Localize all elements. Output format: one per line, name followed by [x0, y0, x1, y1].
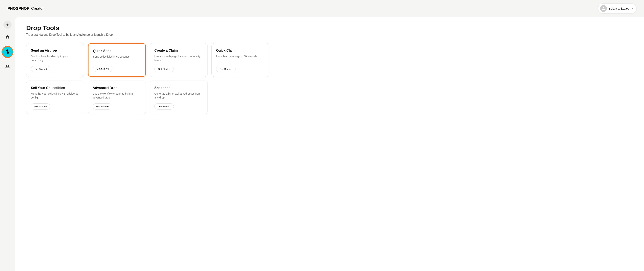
plus-icon: +: [6, 22, 9, 27]
sidebar-item-tools[interactable]: [2, 46, 14, 58]
card-send-airdrop-title: Send an Airdrop: [31, 49, 80, 52]
card-create-claim[interactable]: Create a Claim Launch a web page for you…: [150, 43, 208, 77]
card-snapshot[interactable]: Snapshot Generate a list of wallet addre…: [150, 81, 208, 114]
chevron-down-icon: ▾: [632, 7, 633, 10]
logo-brand: PHOSPHOR: [8, 6, 30, 11]
card-quick-claim-desc: Launch a claim page in 60 seconds: [216, 54, 265, 63]
card-quick-send-title: Quick Send: [93, 49, 141, 53]
card-quick-claim-title: Quick Claim: [216, 49, 265, 52]
card-quick-send-btn[interactable]: Get Started: [93, 66, 112, 72]
balance-widget[interactable]: Balance: $10.00 ▾: [598, 3, 636, 13]
cards-row2: Sell Your Collectibles Monetize your col…: [26, 81, 270, 114]
card-quick-send-desc: Send collectibles in 60 seconds: [93, 55, 141, 62]
card-send-airdrop[interactable]: Send an Airdrop Send collectibles direct…: [26, 43, 84, 77]
sidebar-item-team[interactable]: [3, 62, 12, 71]
cards-row1: Send an Airdrop Send collectibles direct…: [26, 43, 270, 77]
card-create-claim-title: Create a Claim: [154, 49, 203, 52]
card-quick-send[interactable]: Quick Send Send collectibles in 60 secon…: [88, 43, 146, 77]
sidebar: +: [0, 17, 15, 271]
logo: PHOSPHOR Creator: [8, 6, 44, 11]
card-sell-btn[interactable]: Get Started: [31, 103, 50, 109]
card-advanced-drop[interactable]: Advanced Drop Use the workflow creator t…: [88, 81, 146, 114]
card-create-claim-btn[interactable]: Get Started: [154, 66, 174, 72]
card-snapshot-title: Snapshot: [154, 86, 203, 90]
page-subtitle: Try a standalone Drop Tool to build an A…: [26, 33, 633, 36]
card-sell-desc: Monetize your collectibles with addition…: [31, 92, 80, 100]
sidebar-add-button[interactable]: +: [3, 20, 12, 29]
card-advanced-title: Advanced Drop: [92, 86, 141, 90]
header: PHOSPHOR Creator Balance: $10.00 ▾: [0, 0, 644, 17]
svg-point-0: [603, 7, 604, 8]
home-icon: [5, 35, 10, 40]
team-icon: [5, 64, 10, 69]
card-advanced-desc: Use the workflow creator to build an adv…: [92, 92, 141, 100]
sidebar-item-home[interactable]: [3, 33, 12, 41]
card-quick-claim[interactable]: Quick Claim Launch a claim page in 60 se…: [212, 43, 270, 77]
card-create-claim-desc: Launch a web page for your community to …: [154, 54, 203, 63]
card-snapshot-btn[interactable]: Get Started: [154, 103, 174, 109]
card-advanced-btn[interactable]: Get Started: [92, 103, 112, 109]
card-snapshot-desc: Generate a list of wallet addresses from…: [154, 92, 203, 100]
card-send-airdrop-desc: Send collectibles directly to your commu…: [31, 54, 80, 63]
card-sell-title: Sell Your Collectibles: [31, 86, 80, 90]
balance-amount: $10.00: [620, 7, 629, 10]
page-title: Drop Tools: [26, 24, 633, 31]
main-layout: + Drop Tools Try a: [0, 17, 644, 271]
tools-icon: [5, 49, 10, 55]
card-quick-claim-btn[interactable]: Get Started: [216, 66, 236, 72]
card-sell-collectibles[interactable]: Sell Your Collectibles Monetize your col…: [26, 81, 84, 114]
balance-label: Balance: $10.00: [609, 7, 629, 10]
logo-product: Creator: [31, 6, 44, 11]
card-send-airdrop-btn[interactable]: Get Started: [31, 66, 50, 72]
avatar: [600, 5, 607, 12]
main-content: Drop Tools Try a standalone Drop Tool to…: [15, 17, 644, 271]
